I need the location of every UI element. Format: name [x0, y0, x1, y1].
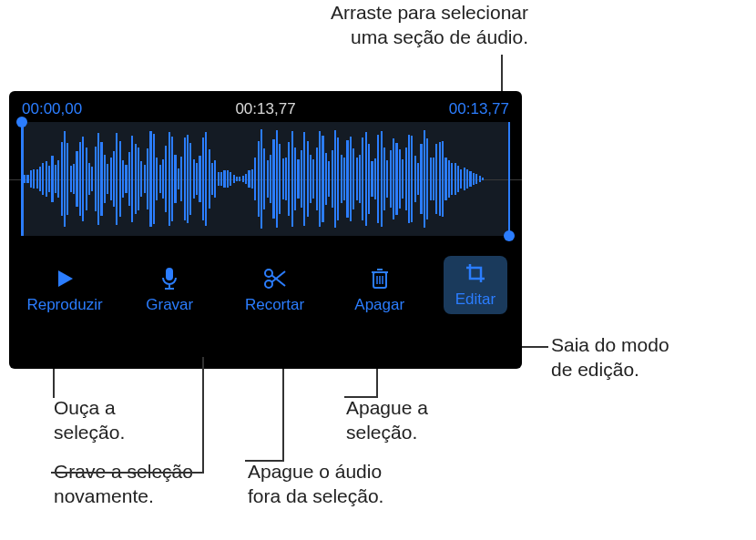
- play-icon: [53, 267, 77, 290]
- waveform-area[interactable]: [22, 122, 509, 236]
- selection-handle-left-bar[interactable]: [21, 122, 24, 236]
- selection-handle-right[interactable]: [504, 230, 515, 241]
- edit-label: Editar: [455, 290, 495, 309]
- edit-button[interactable]: Editar: [444, 256, 507, 314]
- callout-trim: Apague o áudio fora da seleção.: [248, 459, 383, 509]
- callout-drag-select: Arraste para selecionar uma seção de áud…: [209, 0, 528, 50]
- trim-label: Recortar: [245, 296, 304, 314]
- audio-editor-panel: 00:00,00 00:13,77 00:13,77 Reproduzir Gr…: [9, 91, 522, 369]
- callout-line: [501, 55, 503, 96]
- crop-icon: [464, 261, 487, 285]
- trim-button[interactable]: Recortar: [234, 267, 316, 314]
- delete-button[interactable]: Apagar: [339, 267, 421, 314]
- delete-label: Apagar: [354, 296, 404, 314]
- timecode-row: 00:00,00 00:13,77 00:13,77: [9, 91, 522, 122]
- callout-record: Grave a seleção novamente.: [54, 459, 193, 509]
- play-button[interactable]: Reproduzir: [24, 267, 106, 314]
- selection-handle-left[interactable]: [16, 117, 27, 127]
- selection-handle-right-bar[interactable]: [508, 122, 511, 236]
- callout-line: [344, 396, 378, 398]
- svg-rect-0: [166, 268, 173, 280]
- callout-line: [202, 357, 204, 474]
- mic-icon: [158, 267, 181, 290]
- callout-line: [245, 460, 284, 462]
- record-label: Gravar: [146, 296, 193, 314]
- timecode-end: 00:13,77: [449, 100, 509, 118]
- timecode-start: 00:00,00: [22, 100, 82, 118]
- callout-line: [51, 472, 204, 474]
- callout-play: Ouça a seleção.: [54, 395, 125, 445]
- editor-toolbar: Reproduzir Gravar Recortar Apagar Editar: [9, 236, 522, 325]
- callout-line: [282, 369, 284, 462]
- play-label: Reproduzir: [26, 296, 102, 314]
- callout-line: [53, 369, 55, 398]
- timecode-playhead: 00:13,77: [235, 100, 295, 118]
- record-button[interactable]: Gravar: [128, 267, 210, 314]
- waveform: [24, 129, 507, 229]
- callout-line: [376, 369, 378, 398]
- callout-exit-edit: Saia do modo de edição.: [551, 332, 751, 382]
- scissors-icon: [263, 267, 287, 290]
- trash-icon: [368, 267, 392, 290]
- callout-delete: Apague a seleção.: [346, 395, 428, 445]
